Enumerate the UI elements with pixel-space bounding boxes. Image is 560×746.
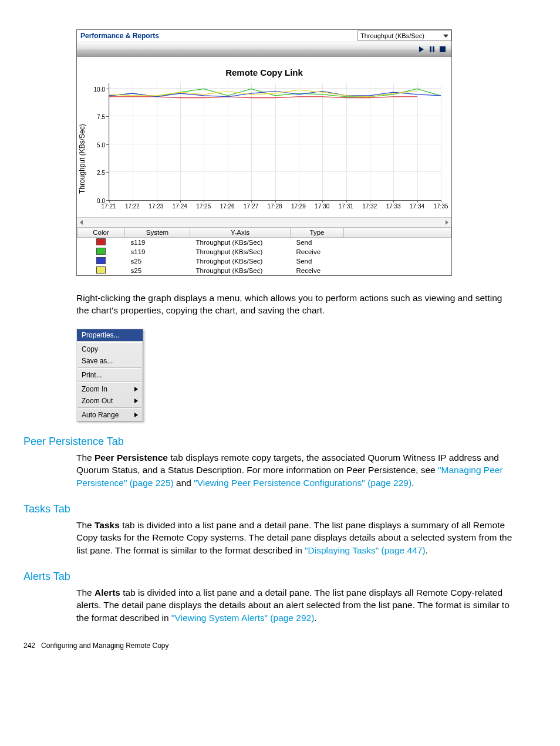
legend-swatch [96, 257, 106, 264]
scroll-left-icon [79, 220, 84, 225]
performance-panel: Performance & Reports Throughput (KBs/Se… [76, 29, 452, 276]
x-tick: 17:35 [433, 203, 448, 210]
chart-title: Remote Copy Link [77, 67, 451, 77]
y-tick: 2.5 [97, 170, 105, 176]
col-yaxis[interactable]: Y-Axis [190, 228, 291, 238]
legend-system: s119 [125, 247, 190, 256]
ctx-zoomin[interactable]: Zoom In [77, 383, 143, 395]
y-axis-label: Throughput (KBs/Sec) [77, 83, 90, 211]
x-tick: 17:33 [386, 203, 401, 210]
link-viewing-peer[interactable]: "Viewing Peer Persistence Configurations… [194, 478, 411, 488]
x-tick: 17:34 [410, 203, 424, 210]
panel-title: Performance & Reports [77, 32, 357, 40]
stop-icon[interactable] [440, 46, 446, 52]
col-spacer [344, 228, 451, 238]
x-tick: 17:25 [196, 203, 211, 210]
submenu-arrow-icon [134, 413, 138, 417]
submenu-arrow-icon [134, 399, 138, 403]
legend-yaxis: Throughput (KBs/Sec) [190, 256, 291, 266]
svg-marker-5 [80, 220, 83, 225]
legend-row[interactable]: s25Throughput (KBs/Sec)Receive [77, 266, 451, 275]
y-tick: 10.0 [94, 86, 105, 92]
ctx-saveas[interactable]: Save as... [77, 355, 143, 367]
x-tick: 17:30 [315, 203, 329, 210]
legend-type: Send [291, 238, 344, 248]
legend-swatch [96, 248, 106, 255]
svg-marker-6 [446, 220, 448, 225]
x-tick: 17:29 [291, 203, 306, 210]
context-menu: Properties... Copy Save as... Print... Z… [76, 329, 143, 421]
page-footer: 242 Configuring and Managing Remote Copy [23, 642, 537, 650]
svg-rect-2 [430, 46, 431, 52]
chart-caption: Right-clicking the graph displays a menu… [76, 292, 513, 317]
col-color[interactable]: Color [77, 228, 125, 238]
section-heading-tasks: Tasks Tab [23, 503, 513, 515]
chart-scrollbar[interactable] [77, 217, 451, 227]
legend-row[interactable]: s25Throughput (KBs/Sec)Send [77, 256, 451, 266]
x-tick: 17:31 [339, 203, 353, 210]
ctx-autorange[interactable]: Auto Range [77, 409, 143, 421]
section-heading-peer: Peer Persistence Tab [23, 436, 513, 448]
legend-yaxis: Throughput (KBs/Sec) [190, 266, 291, 275]
legend-yaxis: Throughput (KBs/Sec) [190, 247, 291, 256]
legend-type: Receive [291, 247, 344, 256]
section-heading-alerts: Alerts Tab [23, 571, 513, 583]
chevron-down-icon [443, 33, 448, 39]
section-body-alerts: The Alerts tab is divided into a list pa… [76, 586, 513, 624]
x-tick: 17:22 [125, 203, 140, 210]
submenu-arrow-icon [134, 387, 138, 391]
svg-rect-3 [433, 46, 434, 52]
x-tick: 17:23 [149, 203, 163, 210]
legend-swatch [96, 266, 106, 274]
legend-system: s119 [125, 238, 190, 248]
x-tick: 17:24 [173, 203, 187, 210]
legend-row[interactable]: s119Throughput (KBs/Sec)Receive [77, 247, 451, 256]
x-tick: 17:27 [244, 203, 258, 210]
pause-icon[interactable] [429, 46, 435, 52]
svg-rect-4 [440, 46, 446, 52]
link-displaying-tasks[interactable]: "Displaying Tasks" (page 447) [305, 545, 425, 555]
y-tick: 5.0 [97, 141, 105, 148]
x-tick: 17:26 [220, 203, 235, 210]
chart-plot[interactable]: 0.02.55.07.510.0 [90, 83, 441, 201]
svg-marker-8 [134, 399, 138, 403]
legend-system: s25 [125, 266, 190, 275]
legend-table: Color System Y-Axis Type s119Throughput … [77, 227, 451, 275]
svg-marker-9 [134, 413, 138, 417]
svg-marker-7 [134, 387, 138, 391]
y-tick: 7.5 [97, 114, 105, 120]
ctx-properties[interactable]: Properties... [77, 329, 143, 341]
legend-row[interactable]: s119Throughput (KBs/Sec)Send [77, 238, 451, 248]
x-tick: 17:32 [362, 203, 377, 210]
section-body-tasks: The Tasks tab is divided into a list pan… [76, 519, 513, 556]
svg-marker-1 [419, 46, 424, 52]
scroll-right-icon [444, 220, 449, 225]
chart-metric-dropdown[interactable]: Throughput (KBs/Sec) [357, 31, 451, 41]
x-tick: 17:28 [267, 203, 282, 210]
col-system[interactable]: System [125, 228, 190, 238]
dropdown-value: Throughput (KBs/Sec) [360, 32, 424, 39]
legend-swatch [96, 238, 106, 245]
svg-marker-0 [443, 34, 448, 37]
legend-type: Receive [291, 266, 344, 275]
legend-yaxis: Throughput (KBs/Sec) [190, 238, 291, 248]
link-viewing-alerts[interactable]: "Viewing System Alerts" (page 292) [171, 613, 314, 623]
ctx-zoomout[interactable]: Zoom Out [77, 395, 143, 407]
x-tick: 17:21 [101, 203, 116, 210]
legend-system: s25 [125, 256, 190, 266]
section-body-peer: The Peer Persistence tab displays remote… [76, 451, 513, 489]
ctx-copy[interactable]: Copy [77, 343, 143, 355]
col-type[interactable]: Type [291, 228, 344, 238]
play-icon[interactable] [419, 46, 424, 52]
legend-type: Send [291, 256, 344, 266]
chart-toolbar [77, 42, 451, 57]
ctx-print[interactable]: Print... [77, 369, 143, 381]
